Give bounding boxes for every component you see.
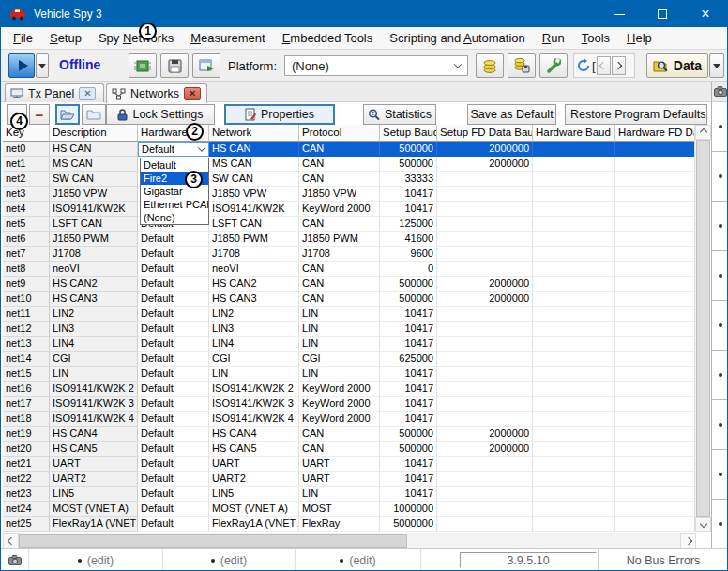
tab-tx-panel[interactable]: Tx Panel ✕ [5,83,104,102]
status-edit-field-1[interactable]: (edit) [29,549,163,571]
save-database-button[interactable] [508,53,536,78]
cell-baud: 500000 [380,157,437,172]
dropdown-option-ethernet-pcap[interactable]: Ethernet PCAP [141,198,208,211]
vertical-scroll-thumb[interactable] [696,140,710,517]
menu-item-scripting-and-automation[interactable]: Scripting and Automation [381,28,534,48]
platform-select[interactable]: (None) [284,55,468,76]
close-button[interactable]: × [684,1,727,27]
horizontal-scroll-thumb[interactable] [19,534,407,548]
restore-program-defaults-button[interactable]: Restore Program Defaults [565,104,707,125]
hardware-combo[interactable]: Default [138,142,209,157]
save-button[interactable] [160,53,189,78]
lock-settings-button[interactable]: Lock Settings [106,104,215,125]
status-edit-field-2[interactable]: (edit) [163,549,296,571]
remove-network-button[interactable]: − [29,104,50,125]
dropdown-option--none-[interactable]: (None) [141,211,208,224]
cell-proto: LIN [299,367,380,382]
messages-view-button[interactable] [192,53,220,78]
table-row-net24[interactable]: net24MOST (VNET A)DefaultMOST (VNET A)MO… [3,502,694,517]
cell-hwfd [615,322,694,337]
nav-forward-button[interactable] [612,56,626,75]
table-row-net22[interactable]: net22UART2DefaultUART2UART10417 [3,472,694,487]
dropdown-option-default[interactable]: Default [141,158,208,172]
table-row-net4[interactable]: net4ISO9141/KW2KDefaultISO9141/KW2KKeyWo… [3,202,694,217]
screenshot-camera-button[interactable] [712,82,728,102]
column-header-network[interactable]: Network [209,125,299,142]
minimize-button[interactable] [598,1,641,27]
setup-tools-button[interactable] [539,53,568,78]
column-header-setup-baud[interactable]: Setup Baud [380,125,437,142]
menu-item-help[interactable]: Help [618,28,660,48]
table-row-net14[interactable]: net14CGIDefaultCGICGI625000 [3,352,694,367]
scroll-right-icon[interactable] [680,533,696,548]
cell-net: LSFT CAN [209,217,299,232]
table-row-net21[interactable]: net21UARTDefaultUARTUART10417 [3,457,694,472]
run-play-button[interactable] [8,53,35,78]
column-header-description[interactable]: Description [50,125,138,142]
menu-item-measurement[interactable]: Measurement [182,28,274,48]
cell-hwb [533,457,615,472]
table-row-net16[interactable]: net16ISO9141/KW2K 2DefaultISO9141/KW2K 2… [3,382,694,397]
statistics-button[interactable]: Statistics [363,104,436,125]
cell-proto: UART [299,457,380,472]
cell-proto: CGI [299,352,380,367]
scroll-left-icon[interactable] [3,533,19,548]
table-row-net10[interactable]: net10HS CAN3DefaultHS CAN3CAN50000020000… [3,292,694,307]
nav-back-button[interactable] [597,56,611,75]
table-row-net3[interactable]: net3J1850 VPWDefaultJ1850 VPWJ1850 VPW10… [3,187,694,202]
cell-hw: Default [138,232,209,247]
column-header-setup-fd-data-baud[interactable]: Setup FD Data Baud [437,125,533,142]
table-row-net2[interactable]: net2SW CANDefaultSW CANCAN33333 [3,172,694,187]
column-header-hardware-baud[interactable]: Hardware Baud [533,125,615,142]
table-row-net8[interactable]: net8neoVIDefaultneoVICAN0 [3,262,694,277]
table-row-net7[interactable]: net7J1708DefaultJ1708J17089600 [3,247,694,262]
tab-close-icon[interactable]: ✕ [79,87,96,100]
menu-item-run[interactable]: Run [534,28,573,48]
table-row-net13[interactable]: net13LIN4DefaultLIN4LIN10417 [3,337,694,352]
status-edit-field-3[interactable]: (edit) [296,549,421,571]
save-as-default-button[interactable]: Save as Default [467,104,556,125]
cell-hwb [533,367,615,382]
run-options-dropdown[interactable] [36,53,49,78]
menu-item-tools[interactable]: Tools [573,28,618,48]
hardware-setup-button[interactable] [129,53,157,78]
scroll-down-icon[interactable] [695,517,711,532]
column-header-protocol[interactable]: Protocol [299,125,380,142]
menu-item-setup[interactable]: Setup [41,28,90,48]
table-row-net17[interactable]: net17ISO9141/KW2K 3DefaultISO9141/KW2K 3… [3,397,694,412]
table-row-net1[interactable]: net1MS CANDefaultMS CANCAN5000002000000 [3,157,694,172]
table-row-net5[interactable]: net5LSFT CANDefaultLSFT CANCAN125000 [3,217,694,232]
data-button[interactable]: Data [646,53,708,78]
status-camera-button[interactable] [1,549,29,571]
table-row-net0[interactable]: net0HS CANDefaultHS CANCAN5000002000000 [3,142,694,157]
menu-item-embedded-tools[interactable]: Embedded Tools [274,28,382,48]
table-row-net11[interactable]: net11LIN2DefaultLIN2LIN10417 [3,307,694,322]
open-folder-button[interactable] [55,104,80,125]
table-row-net9[interactable]: net9HS CAN2DefaultHS CAN2CAN500000200000… [3,277,694,292]
table-row-net20[interactable]: net20HS CAN5DefaultHS CAN5CAN50000020000… [3,442,694,457]
cell-baud: 500000 [380,292,437,307]
database-button[interactable] [476,53,504,78]
vertical-scrollbar[interactable] [694,125,710,532]
table-row-net6[interactable]: net6J1850 PWMDefaultJ1850 PWMJ1850 PWM41… [3,232,694,247]
data-dropdown[interactable] [709,53,724,78]
menu-item-spy-networks[interactable]: Spy Networks [90,28,182,48]
table-row-net23[interactable]: net23LIN5DefaultLIN5LIN10417 [3,487,694,502]
menu-item-file[interactable]: File [5,28,41,48]
cell-fd [437,397,533,412]
tab-close-icon[interactable]: ✕ [184,87,201,100]
properties-button[interactable]: Properties [224,104,335,125]
horizontal-scrollbar[interactable] [3,533,696,548]
column-header-key[interactable]: Key [3,125,50,142]
table-row-net18[interactable]: net18ISO9141/KW2K 4DefaultISO9141/KW2K 4… [3,412,694,427]
tab-networks[interactable]: Networks ✕ [106,83,207,103]
table-row-net19[interactable]: net19HS CAN4DefaultHS CAN4CAN50000020000… [3,427,694,442]
table-row-net25[interactable]: net25FlexRay1A (VNET A)DefaultFlexRay1A … [3,517,694,532]
table-row-net15[interactable]: net15LINDefaultLINLIN10417 [3,367,694,382]
cell-key: net17 [3,397,50,412]
closed-folder-button[interactable] [82,104,106,125]
column-header-hardware-fd-data-baud[interactable]: Hardware FD Data Baud [615,125,694,142]
table-row-net12[interactable]: net12LIN3DefaultLIN3LIN10417 [3,322,694,337]
scroll-up-icon[interactable] [695,125,711,140]
maximize-button[interactable] [641,1,684,27]
